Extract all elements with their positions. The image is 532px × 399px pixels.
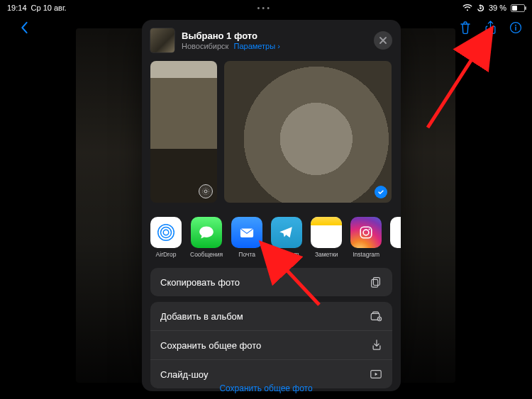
airdrop-icon	[150, 217, 182, 248]
notes-icon	[311, 217, 342, 248]
download-icon	[371, 339, 382, 352]
telegram-icon	[271, 217, 302, 248]
actions-group: Добавить в альбом Сохранить общее фото С…	[150, 302, 392, 388]
battery-icon	[511, 4, 525, 12]
wifi-icon	[462, 4, 472, 11]
share-options-link[interactable]: Параметры ›	[233, 42, 279, 50]
messages-icon	[191, 217, 222, 248]
action-copy-photo[interactable]: Скопировать фото	[150, 268, 392, 296]
app-instagram[interactable]: Instagram	[350, 217, 382, 258]
status-battery-pct: 39 %	[489, 4, 506, 12]
photo-thumbnail-2[interactable]	[224, 61, 392, 203]
share-title: Выбрано 1 фото	[182, 30, 280, 42]
share-icon[interactable]	[484, 21, 497, 35]
action-save-shared[interactable]: Сохранить общее фото	[150, 330, 392, 359]
app-messages[interactable]: Сообщения	[190, 217, 223, 258]
svg-point-6	[161, 227, 172, 238]
svg-rect-9	[360, 227, 372, 238]
status-bar: 19:14 Ср 10 авг. ••• 39 %	[0, 0, 532, 16]
app-more[interactable]	[390, 217, 401, 258]
share-apps-row: AirDrop Сообщения Почта Telegram Заметки…	[142, 210, 401, 262]
share-sheet: Выбрано 1 фото Новосибирск Параметры › A…	[142, 20, 401, 391]
photo-thumbnail-1[interactable]	[150, 61, 217, 203]
svg-point-10	[363, 230, 369, 235]
svg-rect-0	[480, 7, 481, 9]
footer-save-shared[interactable]: Сохранить общее фото	[0, 383, 532, 393]
share-location: Новосибирск	[182, 42, 228, 50]
more-app-icon	[390, 217, 401, 248]
back-button[interactable]	[10, 21, 38, 34]
header-thumbnail	[150, 28, 174, 52]
trash-icon[interactable]	[459, 21, 472, 35]
app-notes[interactable]: Заметки	[311, 217, 342, 258]
action-add-to-album[interactable]: Добавить в альбом	[150, 302, 392, 330]
svg-point-5	[163, 230, 169, 235]
svg-point-2	[515, 25, 516, 26]
selected-check-icon	[375, 186, 387, 198]
share-sheet-header: Выбрано 1 фото Новосибирск Параметры ›	[142, 20, 401, 58]
instagram-icon	[350, 217, 382, 248]
status-date: Ср 10 авг.	[31, 4, 67, 12]
svg-rect-13	[372, 279, 378, 287]
svg-point-3	[204, 190, 207, 193]
info-icon[interactable]	[509, 21, 522, 34]
orientation-lock-icon	[477, 4, 484, 12]
svg-point-11	[369, 228, 370, 230]
app-airdrop[interactable]: AirDrop	[150, 217, 182, 258]
copy-icon	[370, 276, 382, 288]
live-photo-icon	[199, 184, 213, 198]
svg-point-4	[202, 188, 209, 194]
play-icon	[370, 369, 382, 380]
mail-icon	[231, 217, 262, 248]
close-button[interactable]	[374, 31, 392, 50]
multitask-dots[interactable]: •••	[257, 4, 272, 12]
app-mail[interactable]: Почта	[231, 217, 262, 258]
status-time: 19:14	[7, 4, 27, 12]
svg-rect-12	[373, 278, 379, 286]
add-to-album-icon	[370, 310, 382, 322]
copy-action-group: Скопировать фото	[150, 268, 392, 296]
app-telegram[interactable]: Telegram	[271, 217, 302, 258]
